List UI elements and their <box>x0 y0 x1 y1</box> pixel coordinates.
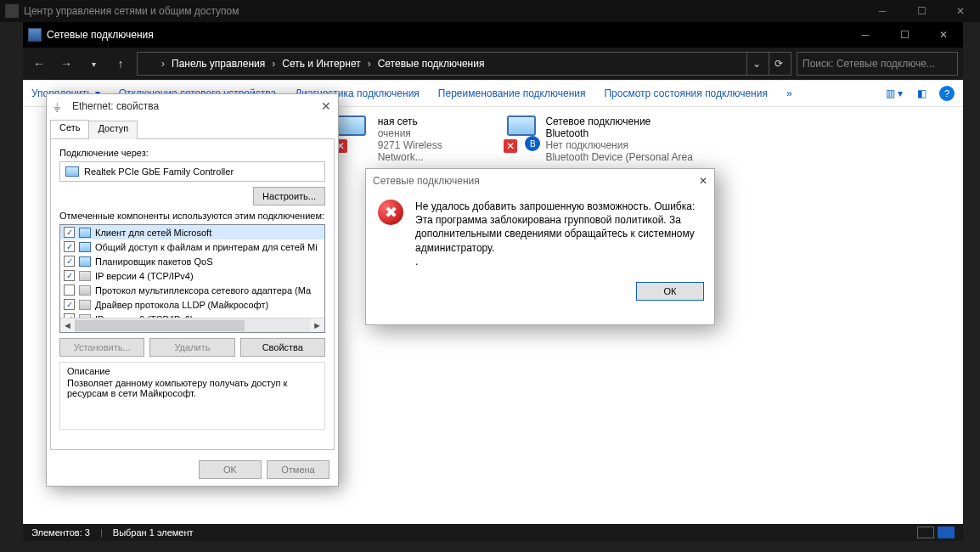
view-options-button[interactable]: ▥ ▾ <box>885 84 904 103</box>
adapter-field[interactable]: Realtek PCIe GbE Family Controller <box>59 161 325 182</box>
view-details-button[interactable] <box>917 527 934 538</box>
checkbox[interactable]: ✓ <box>64 241 75 252</box>
recent-button[interactable]: ▾ <box>82 53 104 75</box>
bluetooth-icon: B <box>525 136 540 151</box>
cancel-button[interactable]: Отмена <box>267 460 329 479</box>
outer-close-button[interactable]: ✕ <box>941 0 980 22</box>
install-button[interactable]: Установить... <box>59 338 144 357</box>
tab-network[interactable]: Сеть <box>50 120 89 138</box>
wifi-adapter-icon: ✕ <box>337 115 371 149</box>
view-tiles-button[interactable] <box>938 527 955 538</box>
props-titlebar[interactable]: ⏚ Ethernet: свойства ✕ <box>47 94 338 118</box>
component-label: Протокол мультиплексора сетевого адаптер… <box>95 285 311 296</box>
breadcrumb-sep-icon: › <box>158 58 168 70</box>
error-ok-button[interactable]: ОК <box>636 282 704 301</box>
toolbar-overflow-button[interactable]: » <box>786 87 792 99</box>
back-button[interactable]: ← <box>28 53 50 75</box>
adapter-icon: ⏚ <box>54 99 67 113</box>
tab-access[interactable]: Доступ <box>88 121 138 139</box>
checkbox[interactable]: ✓ <box>64 227 75 238</box>
scroll-left-icon[interactable]: ◄ <box>60 318 75 332</box>
help-button[interactable]: ? <box>939 86 955 101</box>
outer-app-icon <box>5 4 19 18</box>
bt-status: Нет подключения <box>545 139 694 151</box>
horizontal-scrollbar[interactable]: ◄ ► <box>60 318 324 332</box>
error-titlebar[interactable]: Сетевые подключения ✕ <box>366 169 714 193</box>
uninstall-button[interactable]: Удалить <box>149 338 234 357</box>
component-label: IP версии 4 (TCP/IPv4) <box>95 271 194 281</box>
component-row[interactable]: ✓IP версии 4 (TCP/IPv4) <box>60 268 324 283</box>
address-row: ← → ▾ ↑ › Панель управления › Сеть и Инт… <box>23 48 963 80</box>
component-icon <box>79 271 91 281</box>
refresh-button[interactable]: ⟳ <box>769 53 787 75</box>
explorer-titlebar[interactable]: Сетевые подключения ─ ☐ ✕ <box>23 22 963 48</box>
outer-minimize-button[interactable]: ─ <box>863 0 902 22</box>
checkbox[interactable]: ✓ <box>64 256 75 267</box>
checkbox[interactable] <box>64 284 75 296</box>
props-close-button[interactable]: ✕ <box>321 99 331 113</box>
component-label: Клиент для сетей Microsoft <box>95 228 211 238</box>
explorer-minimize-button[interactable]: ─ <box>846 22 885 48</box>
component-row[interactable]: ✓Общий доступ к файлам и принтерам для с… <box>60 239 324 254</box>
component-label: Общий доступ к файлам и принтерам для се… <box>95 242 318 252</box>
view-status-button[interactable]: Просмотр состояния подключения <box>604 87 767 99</box>
components-label: Отмеченные компоненты используются этим … <box>59 211 325 221</box>
components-list[interactable]: ✓Клиент для сетей Microsoft✓Общий доступ… <box>59 224 325 333</box>
connection-item-bluetooth[interactable]: B ✕ Сетевое подключение Bluetooth Нет по… <box>507 115 694 175</box>
wifi-status: очения <box>378 127 490 139</box>
breadcrumb-a[interactable]: Панель управления <box>172 58 265 70</box>
tabs: Сеть Доступ <box>47 120 338 138</box>
component-icon <box>79 256 91 267</box>
breadcrumb-sep-icon: › <box>364 58 375 70</box>
outer-titlebar: Центр управления сетями и общим доступом… <box>0 0 980 22</box>
connection-item-wifi[interactable]: ✕ ная сеть очения 9271 Wireless Network.… <box>337 115 490 175</box>
outer-title-text: Центр управления сетями и общим доступом <box>24 5 239 17</box>
search-input[interactable]: Поиск: Сетевые подключе... <box>797 52 958 76</box>
up-button[interactable]: ↑ <box>110 53 132 75</box>
checkbox[interactable]: ✓ <box>64 299 75 310</box>
component-row[interactable]: Протокол мультиплексора сетевого адаптер… <box>60 283 324 297</box>
wifi-device: 9271 Wireless Network... <box>378 139 490 163</box>
outer-window: Центр управления сетями и общим доступом… <box>0 0 980 552</box>
address-bar[interactable]: › Панель управления › Сеть и Интернет › … <box>137 52 791 76</box>
component-row[interactable]: ✓Планировщик пакетов QoS <box>60 254 324 268</box>
connect-via-label: Подключение через: <box>59 148 325 158</box>
description-label: Описание <box>67 366 318 376</box>
ok-button[interactable]: OK <box>199 460 262 479</box>
explorer-maximize-button[interactable]: ☐ <box>885 22 924 48</box>
props-title-text: Ethernet: свойства <box>72 100 159 112</box>
scroll-right-icon[interactable]: ► <box>310 318 324 332</box>
breadcrumb-sep-icon: › <box>268 58 279 70</box>
configure-button[interactable]: Настроить... <box>253 187 325 206</box>
status-separator: | <box>95 527 108 538</box>
component-icon <box>79 285 91 296</box>
adapter-name: Realtek PCIe GbE Family Controller <box>84 166 234 177</box>
disconnected-x-icon: ✕ <box>504 139 517 153</box>
preview-pane-button[interactable]: ◧ <box>912 84 931 103</box>
error-message: Не удалось добавить запрошенную возможно… <box>415 200 702 268</box>
component-row[interactable]: ✓Клиент для сетей Microsoft <box>60 225 324 239</box>
breadcrumb-b[interactable]: Сеть и Интернет <box>282 58 360 70</box>
error-close-button[interactable]: ✕ <box>699 175 707 187</box>
component-row[interactable]: ✓Драйвер протокола LLDP (Майкрософт) <box>60 297 324 312</box>
status-bar: Элементов: 3 | Выбран 1 элемент <box>23 524 963 541</box>
component-label: Драйвер протокола LLDP (Майкрософт) <box>95 300 268 310</box>
address-dropdown-button[interactable]: ⌄ <box>746 53 765 75</box>
selected-count: Выбран 1 элемент <box>113 527 194 538</box>
component-icon <box>79 242 91 252</box>
properties-button[interactable]: Свойства <box>240 338 325 357</box>
outer-maximize-button[interactable]: ☐ <box>902 0 941 22</box>
nic-icon <box>65 166 79 177</box>
component-icon <box>79 228 91 238</box>
description-text: Позволяет данному компьютеру получать до… <box>67 378 318 398</box>
component-label: Планировщик пакетов QoS <box>95 256 213 267</box>
breadcrumb-c[interactable]: Сетевые подключения <box>378 58 485 70</box>
forward-button[interactable]: → <box>55 53 77 75</box>
rename-button[interactable]: Переименование подключения <box>438 87 586 99</box>
scroll-thumb[interactable] <box>75 320 245 331</box>
wifi-name: ная сеть <box>378 115 490 127</box>
ethernet-properties-dialog: ⏚ Ethernet: свойства ✕ Сеть Доступ Подкл… <box>46 93 339 487</box>
bluetooth-adapter-icon: B ✕ <box>507 115 538 149</box>
checkbox[interactable]: ✓ <box>64 270 75 281</box>
explorer-close-button[interactable]: ✕ <box>924 22 963 48</box>
